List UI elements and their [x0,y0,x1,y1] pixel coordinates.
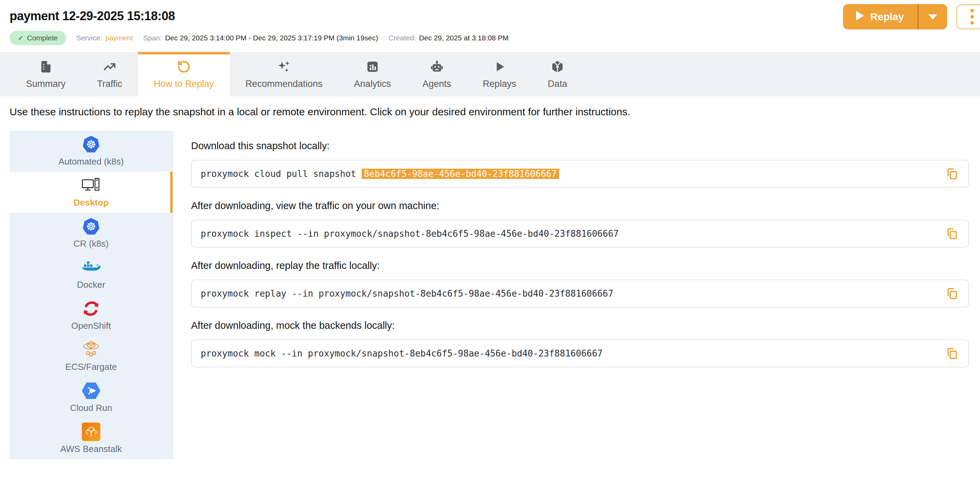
service-value: payment [105,34,133,42]
env-label: Automated (k8s) [59,156,124,167]
rotate-ccw-icon [177,59,191,74]
page-title: payment 12-29-2025 15:18:08 [10,9,970,23]
service-meta: Service: payment [76,34,133,42]
created-meta: Created: Dec 29, 2025 at 3:18:08 PM [388,34,509,42]
tab-label: Replays [483,79,516,89]
snapshot-id-highlight: 8eb4c6f5-98ae-456e-bd40-23f881606667 [361,169,560,179]
kebab-icon [970,9,974,12]
command-text: proxymock inspect --in proxymock/snapsho… [200,228,944,239]
status-badge: ✓ Complete [10,31,66,45]
sidebar-item-desktop[interactable]: Desktop [10,172,173,213]
tab-label: Analytics [354,79,391,89]
replay-button[interactable]: Replay [843,4,947,29]
tab-bar: Summary Traffic How to Replay Recommenda… [0,52,980,97]
content: ☸ Automated (k8s) Desktop ☸ CR (k8s) [0,131,980,460]
status-row: ✓ Complete Service: payment Span: Dec 29… [0,31,980,45]
cube-icon [550,59,565,74]
tab-label: Agents [423,79,451,89]
span-label: Span: [143,34,162,42]
sidebar-item-cr-k8s[interactable]: ☸ CR (k8s) [10,213,173,254]
docker-whale-icon [81,259,101,276]
sidebar-item-ecs-fargate[interactable]: ECS/Fargate [10,336,173,377]
command-box: proxymock replay --in proxymock/snapshot… [191,279,969,308]
status-badge-label: Complete [27,34,58,42]
env-label: Docker [77,279,105,290]
section-label: After downloading, mock the backends loc… [191,320,969,331]
command-text: proxymock cloud pull snapshot 8eb4c6f5-9… [200,169,944,179]
section-label: After downloading, replay the traffic lo… [191,260,969,271]
copy-button[interactable] [944,166,959,181]
env-label: Cloud Run [70,403,112,413]
page: payment 12-29-2025 15:18:08 Replay [0,0,980,479]
tab-label: Summary [26,79,66,89]
copy-icon [945,287,958,300]
check-icon: ✓ [18,34,24,42]
kubernetes-icon: ☸ [83,135,100,153]
tab-label: Data [547,79,567,89]
service-label: Service: [76,34,102,42]
command-box: proxymock cloud pull snapshot 8eb4c6f5-9… [191,160,969,188]
tab-replays[interactable]: Replays [467,52,532,97]
openshift-icon [83,300,100,317]
sidebar-item-openshift[interactable]: OpenShift [10,295,173,336]
sidebar-item-cloud-run[interactable]: Cloud Run [10,377,173,418]
tab-traffic[interactable]: Traffic [81,52,138,97]
env-label: OpenShift [71,320,111,331]
tab-label: Traffic [97,79,123,89]
aws-beanstalk-icon [82,423,100,441]
command-box: proxymock inspect --in proxymock/snapsho… [191,220,969,248]
header-actions: Replay [843,4,980,29]
env-label: CR (k8s) [74,238,109,249]
header: payment 12-29-2025 15:18:08 Replay [0,0,980,23]
command-section-download: Download this snapshot locally: proxymoc… [191,140,969,188]
tab-summary[interactable]: Summary [10,52,81,97]
copy-button[interactable] [944,346,959,361]
replay-dropdown-button[interactable] [918,4,947,29]
replay-instructions-panel: Download this snapshot locally: proxymoc… [173,131,980,380]
copy-button[interactable] [944,286,959,301]
span-meta: Span: Dec 29, 2025 3:14:00 PM - Dec 29, … [143,34,378,42]
play-icon [855,11,864,23]
trending-up-icon [102,59,117,74]
command-section-mock: After downloading, mock the backends loc… [191,320,969,368]
tab-label: How to Replay [154,79,214,89]
more-options-button[interactable] [956,4,980,29]
robot-icon [430,59,444,74]
created-value: Dec 29, 2025 at 3:18:08 PM [419,34,509,42]
cloud-run-icon [82,382,100,400]
section-label: After downloading, view the traffic on y… [191,200,969,211]
kubernetes-icon: ☸ [83,217,100,235]
command-section-replay: After downloading, replay the traffic lo… [191,260,969,308]
tab-recommendations[interactable]: Recommendations [230,52,338,97]
sidebar-item-aws-beanstalk[interactable]: AWS Beanstalk [10,418,173,459]
tab-label: Recommendations [245,79,323,89]
tab-how-to-replay[interactable]: How to Replay [138,52,230,97]
command-text: proxymock mock --in proxymock/snapshot-8… [200,348,944,358]
env-label: Desktop [74,197,109,208]
span-value: Dec 29, 2025 3:14:00 PM - Dec 29, 2025 3… [165,34,378,42]
command-box: proxymock mock --in proxymock/snapshot-8… [191,339,969,368]
created-label: Created: [388,34,416,42]
desktop-icon [81,176,101,194]
instruction-text: Use these instructions to replay the sna… [10,106,970,118]
copy-icon [945,167,958,180]
copy-button[interactable] [944,226,959,241]
tab-data[interactable]: Data [532,52,583,97]
play-icon [492,59,507,74]
command-text: proxymock replay --in proxymock/snapshot… [200,289,944,299]
chevron-down-icon [928,14,937,19]
replay-button-main[interactable]: Replay [843,4,918,29]
replay-button-label: Replay [870,11,904,22]
tab-agents[interactable]: Agents [407,52,467,97]
section-label: Download this snapshot locally: [191,140,969,152]
bar-chart-icon [365,59,380,74]
sidebar-item-automated-k8s[interactable]: ☸ Automated (k8s) [10,131,173,172]
environment-sidebar: ☸ Automated (k8s) Desktop ☸ CR (k8s) [10,131,173,460]
command-section-inspect: After downloading, view the traffic on y… [191,200,969,248]
tab-analytics[interactable]: Analytics [338,52,407,97]
sidebar-item-docker[interactable]: Docker [10,254,173,295]
env-label: AWS Beanstalk [60,444,122,454]
env-label: ECS/Fargate [65,362,117,372]
file-text-icon [38,59,53,74]
aws-ecs-icon [82,341,100,358]
